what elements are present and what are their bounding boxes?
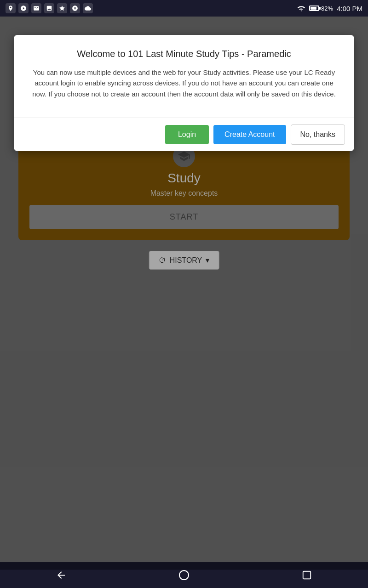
svg-point-0 (179, 571, 189, 580)
dialog-actions: Login Create Account No, thanks (14, 118, 354, 151)
wifi-icon (297, 5, 305, 11)
app-icon-2 (18, 3, 29, 13)
modal-overlay: Welcome to 101 Last Minute Study Tips - … (0, 17, 368, 570)
login-button[interactable]: Login (165, 125, 209, 144)
dialog-title: Welcome to 101 Last Minute Study Tips - … (27, 48, 341, 60)
dialog: Welcome to 101 Last Minute Study Tips - … (14, 35, 354, 151)
status-bar-indicators: 82% 4:00 PM (297, 5, 362, 12)
dialog-body: Welcome to 101 Last Minute Study Tips - … (14, 35, 354, 108)
status-bar-app-icons (6, 3, 93, 13)
dialog-message: You can now use multiple devices and the… (27, 67, 341, 99)
app-icon-3 (31, 3, 41, 13)
app-icon-6 (70, 3, 80, 13)
app-icon-5 (57, 3, 67, 13)
svg-rect-1 (303, 571, 310, 579)
battery-indicator: 82% (309, 5, 333, 12)
create-account-button[interactable]: Create Account (213, 125, 286, 144)
app-icon-1 (6, 3, 16, 13)
status-bar: 82% 4:00 PM (0, 0, 368, 17)
clock: 4:00 PM (337, 5, 362, 12)
no-thanks-button[interactable]: No, thanks (291, 124, 345, 145)
app-icon-7 (83, 3, 93, 13)
app-icon-4 (44, 3, 54, 13)
main-background: Study Master key concepts START ⏱ HISTOR… (0, 17, 368, 570)
